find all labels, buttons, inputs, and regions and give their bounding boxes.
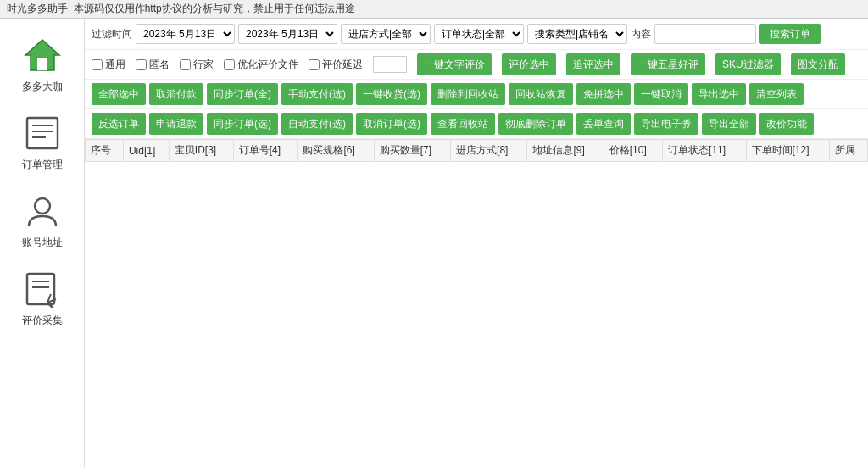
col-address: 地址信息[9] [527, 140, 604, 162]
sidebar-label-orders: 订单管理 [22, 158, 63, 172]
checkbox-anonymous[interactable]: 匿名 [136, 58, 170, 72]
checkbox-row: 通用 匿名 行家 优化评价文件 评价延迟 一键文字评价 评价选中 追评选 [85, 50, 868, 80]
btn-lost-order-query[interactable]: 丢单查询 [576, 113, 631, 135]
btn-sync-orders-all[interactable]: 同步订单(全) [207, 83, 278, 105]
content-label: 内容 [631, 27, 651, 42]
btn-sync-orders-selected[interactable]: 同步订单(选) [207, 113, 278, 135]
home-icon [21, 34, 64, 76]
btn-permanently-delete[interactable]: 彻底删除订单 [498, 113, 573, 135]
btn-clear-list[interactable]: 清空列表 [749, 83, 804, 105]
btn-review-selected[interactable]: 评价选中 [502, 53, 556, 75]
orders-table: 序号 Uid[1] 宝贝ID[3] 订单号[4] 购买规格[6] 购买数量[7]… [85, 139, 868, 162]
checkbox-optimize-input[interactable] [224, 59, 235, 70]
checkbox-delay-label: 评价延迟 [322, 58, 363, 72]
checkbox-expert-label: 行家 [193, 58, 214, 72]
btn-row-1: 全部选中 取消付款 同步订单(全) 手动支付(选) 一键收货(选) 删除到回收站… [85, 80, 868, 109]
svg-point-6 [35, 198, 50, 214]
btn-cancel-payment[interactable]: 取消付款 [149, 83, 203, 105]
time-filter-label: 过滤时间 [92, 27, 132, 42]
btn-follow-up-selected[interactable]: 追评选中 [566, 53, 620, 75]
checkbox-general[interactable]: 通用 [92, 58, 125, 72]
delay-value-input[interactable] [373, 56, 407, 73]
col-order-no: 订单号[4] [233, 140, 298, 162]
btn-change-price[interactable]: 改价功能 [760, 113, 814, 135]
btn-export-all[interactable]: 导出全部 [702, 113, 756, 135]
sidebar-label-home: 多多大咖 [22, 80, 63, 94]
svg-rect-2 [27, 118, 58, 148]
table-header-row: 序号 Uid[1] 宝贝ID[3] 订单号[4] 购买规格[6] 购买数量[7]… [86, 140, 868, 162]
col-qty: 购买数量[7] [374, 140, 450, 162]
col-order-status: 订单状态[11] [663, 140, 746, 162]
svg-rect-7 [27, 274, 54, 304]
title-text: 时光多多助手_本源码仅仅用作http协议的分析与研究，禁止用于任何违法用途 [7, 2, 355, 16]
enter-method-select[interactable]: 进店方式|全部 [341, 24, 431, 44]
btn-restore-recycle[interactable]: 回收站恢复 [509, 83, 573, 105]
sidebar-item-orders[interactable]: 订单管理 [4, 105, 81, 179]
account-icon [21, 190, 64, 232]
col-uid: Uid[1] [123, 140, 169, 162]
col-spec: 购买规格[6] [298, 140, 374, 162]
btn-free-combine-selected[interactable]: 免拼选中 [576, 83, 631, 105]
col-seq: 序号 [86, 140, 124, 162]
start-date-select[interactable]: 2023年 5月13日 [136, 24, 235, 44]
col-price: 价格[10] [604, 140, 662, 162]
btn-sku-filter[interactable]: SKU过滤器 [715, 53, 781, 75]
checkbox-general-input[interactable] [92, 59, 103, 70]
search-button[interactable]: 搜索订单 [760, 24, 821, 44]
checkbox-optimize-label: 优化评价文件 [237, 58, 298, 72]
sidebar-label-reviews: 评价采集 [22, 314, 63, 328]
btn-manual-payment-selected[interactable]: 手动支付(选) [281, 83, 353, 105]
sidebar-item-account[interactable]: 账号地址 [4, 183, 81, 257]
title-bar: 时光多多助手_本源码仅仅用作http协议的分析与研究，禁止用于任何违法用途 [0, 0, 868, 19]
checkbox-optimize[interactable]: 优化评价文件 [224, 58, 298, 72]
btn-one-click-receive-selected[interactable]: 一键收货(选) [356, 83, 427, 105]
btn-row-2: 反选订单 申请退款 同步订单(选) 自动支付(选) 取消订单(选) 查看回收站 … [85, 109, 868, 139]
checkbox-anonymous-input[interactable] [136, 59, 147, 70]
btn-one-click-five-star[interactable]: 一键五星好评 [631, 53, 705, 75]
orders-icon [21, 112, 64, 154]
btn-one-click-cancel[interactable]: 一键取消 [634, 83, 688, 105]
btn-auto-payment-selected[interactable]: 自动支付(选) [281, 113, 353, 135]
btn-select-all[interactable]: 全部选中 [92, 83, 146, 105]
col-order-time: 下单时间[12] [746, 140, 829, 162]
btn-delete-to-recycle[interactable]: 删除到回收站 [431, 83, 505, 105]
sidebar-item-reviews[interactable]: 评价采集 [4, 261, 81, 335]
checkbox-anonymous-label: 匿名 [149, 58, 170, 72]
sidebar-item-home[interactable]: 多多大咖 [4, 27, 81, 101]
btn-view-recycle[interactable]: 查看回收站 [431, 113, 495, 135]
btn-export-selected[interactable]: 导出选中 [692, 83, 746, 105]
btn-apply-refund[interactable]: 申请退款 [149, 113, 203, 135]
main-content: 过滤时间 2023年 5月13日 2023年 5月13日 进店方式|全部 订单状… [85, 19, 868, 467]
svg-rect-1 [37, 58, 47, 70]
content-input[interactable] [654, 24, 756, 44]
checkbox-delay-input[interactable] [309, 59, 320, 70]
checkbox-general-label: 通用 [105, 58, 125, 72]
btn-image-text-distribute[interactable]: 图文分配 [791, 53, 845, 75]
col-item-id: 宝贝ID[3] [169, 140, 233, 162]
checkbox-expert[interactable]: 行家 [180, 58, 214, 72]
col-enter-method: 进店方式[8] [451, 140, 527, 162]
order-status-select[interactable]: 订单状态|全部 [434, 24, 524, 44]
sidebar-label-account: 账号地址 [22, 236, 63, 250]
checkbox-delay[interactable]: 评价延迟 [309, 58, 363, 72]
col-belong: 所属 [829, 140, 867, 162]
btn-one-click-text-review[interactable]: 一键文字评价 [417, 53, 492, 75]
btn-reverse-select[interactable]: 反选订单 [92, 113, 146, 135]
search-type-select[interactable]: 搜索类型|店铺名 [527, 24, 627, 44]
btn-cancel-order-selected[interactable]: 取消订单(选) [356, 113, 427, 135]
sidebar: 多多大咖 订单管理 账号地址 [0, 19, 85, 467]
btn-export-voucher[interactable]: 导出电子券 [634, 113, 698, 135]
table-container: 序号 Uid[1] 宝贝ID[3] 订单号[4] 购买规格[6] 购买数量[7]… [85, 139, 868, 467]
reviews-icon [21, 268, 64, 310]
end-date-select[interactable]: 2023年 5月13日 [238, 24, 337, 44]
checkbox-expert-input[interactable] [180, 59, 191, 70]
filter-row: 过滤时间 2023年 5月13日 2023年 5月13日 进店方式|全部 订单状… [85, 19, 868, 50]
